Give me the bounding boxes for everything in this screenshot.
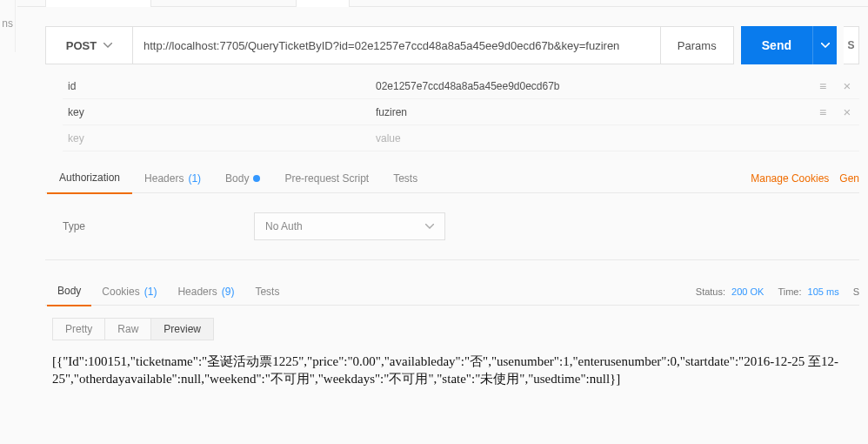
- param-key[interactable]: key: [63, 106, 376, 118]
- status-meta: Status: 200 OK: [696, 286, 765, 297]
- response-body: [{"Id":100151,"ticketname":"圣诞活动票1225","…: [45, 349, 859, 392]
- chevron-down-icon: [821, 43, 830, 48]
- manage-cookies-link[interactable]: Manage Cookies: [751, 172, 829, 185]
- view-raw[interactable]: Raw: [104, 319, 150, 340]
- param-value[interactable]: 02e1257e7ccd48a8a5a45ee9d0ecd67b: [376, 80, 811, 92]
- chevron-down-icon: [425, 224, 434, 229]
- time-meta: Time: 105 ms: [778, 286, 838, 297]
- resp-tab-body[interactable]: Body: [47, 278, 91, 306]
- size-meta-stub: S: [853, 286, 859, 297]
- tab-body[interactable]: Body: [213, 164, 272, 193]
- resp-tab-headers[interactable]: Headers (9): [167, 278, 244, 306]
- view-preview[interactable]: Preview: [150, 319, 213, 340]
- unsaved-dot-icon: [253, 175, 260, 182]
- status-label: Status:: [696, 286, 725, 297]
- param-row-placeholder[interactable]: key value: [63, 125, 859, 151]
- tab-headers[interactable]: Headers (1): [132, 164, 213, 193]
- query-params-editor: id 02e1257e7ccd48a8a5a45ee9d0ecd67b ≡ × …: [63, 64, 859, 151]
- time-label: Time:: [778, 286, 801, 297]
- resp-tab-cookies-label: Cookies: [102, 286, 139, 298]
- resp-tab-headers-label: Headers: [177, 286, 217, 298]
- sidebar-stub: ns: [0, 0, 16, 52]
- param-key[interactable]: id: [63, 80, 376, 92]
- delete-row-icon[interactable]: ×: [835, 78, 859, 93]
- tab-headers-count: (1): [188, 172, 201, 185]
- resp-tab-tests[interactable]: Tests: [244, 278, 290, 306]
- auth-type-value: No Auth: [265, 220, 303, 232]
- param-row[interactable]: key fuziren ≡ ×: [63, 99, 859, 125]
- send-button[interactable]: Send: [741, 26, 812, 64]
- drag-handle-icon[interactable]: ≡: [811, 79, 835, 93]
- tabs-bar: [17, 0, 868, 7]
- param-key-placeholder[interactable]: key: [63, 132, 376, 145]
- tab-body-label: Body: [225, 172, 249, 185]
- status-value: 200 OK: [731, 286, 764, 297]
- tab-headers-label: Headers: [144, 172, 184, 185]
- tab-authorization[interactable]: Authorization: [47, 164, 132, 194]
- resp-tab-cookies[interactable]: Cookies (1): [91, 278, 167, 306]
- time-value: 105 ms: [808, 286, 839, 297]
- auth-type-select[interactable]: No Auth: [254, 212, 445, 240]
- chevron-down-icon: [103, 43, 112, 48]
- param-value[interactable]: fuziren: [376, 106, 811, 118]
- method-dropdown[interactable]: POST: [46, 27, 133, 64]
- resp-tab-headers-count: (9): [222, 286, 235, 298]
- view-pretty[interactable]: Pretty: [53, 319, 104, 340]
- param-row[interactable]: id 02e1257e7ccd48a8a5a45ee9d0ecd67b ≡ ×: [63, 73, 859, 99]
- send-dropdown[interactable]: [812, 26, 837, 64]
- resp-tab-cookies-count: (1): [144, 286, 157, 298]
- save-button-stub[interactable]: S: [844, 26, 859, 64]
- generate-code-link[interactable]: Gen: [839, 172, 859, 185]
- auth-type-label: Type: [63, 220, 219, 232]
- delete-row-icon[interactable]: ×: [835, 104, 859, 119]
- param-value-placeholder[interactable]: value: [376, 132, 811, 145]
- drag-handle-icon[interactable]: ≡: [811, 105, 835, 119]
- params-button[interactable]: Params: [660, 27, 733, 64]
- url-input[interactable]: http://localhost:7705/QueryTicketByID?id…: [133, 27, 660, 64]
- tab-prerequest[interactable]: Pre-request Script: [272, 164, 381, 193]
- tab-tests[interactable]: Tests: [381, 164, 430, 193]
- method-label: POST: [66, 39, 97, 52]
